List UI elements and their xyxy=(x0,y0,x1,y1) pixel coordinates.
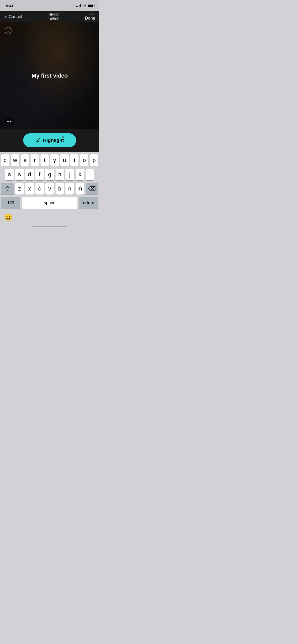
done-label: Done xyxy=(85,16,95,21)
highlight-label: Highlight xyxy=(43,138,64,143)
return-button[interactable]: return xyxy=(79,197,98,209)
battery-icon xyxy=(88,4,94,7)
key-v[interactable]: v xyxy=(45,183,54,195)
shift-button[interactable]: ⇧ xyxy=(1,183,14,195)
keyboard-row-3: ⇧ z x c v b n m ⌫ xyxy=(0,183,99,195)
key-a[interactable]: a xyxy=(5,169,14,180)
video-badge-sep: | xyxy=(56,13,57,16)
key-c[interactable]: c xyxy=(35,183,44,195)
highlight-pen-icon xyxy=(35,137,41,144)
video-icon xyxy=(50,13,53,16)
status-icons xyxy=(76,4,94,7)
keyboard-row-2: a s d f g h j k l xyxy=(0,169,99,180)
video-title: My first video xyxy=(32,72,68,79)
key-l[interactable]: l xyxy=(86,169,94,180)
key-w[interactable]: w xyxy=(11,154,19,166)
key-k[interactable]: k xyxy=(76,169,84,180)
cancel-label: Cancel xyxy=(9,14,22,19)
key-f[interactable]: f xyxy=(35,169,44,180)
key-p[interactable]: p xyxy=(90,154,98,166)
next-small-label: Next xyxy=(89,13,95,16)
wifi-icon xyxy=(82,4,86,7)
key-i[interactable]: i xyxy=(70,154,79,166)
counter-wrap: 4 | 14/500 xyxy=(48,13,59,21)
svg-rect-0 xyxy=(50,13,52,16)
delete-button[interactable]: ⌫ xyxy=(86,183,98,195)
hexagon-badge: L xyxy=(4,26,12,35)
svg-text:L: L xyxy=(7,29,9,32)
status-time: 9:41 xyxy=(6,4,13,8)
keyboard: q w e r t y u i o p a s d f g h j k l ⇧ … xyxy=(0,152,99,212)
key-y[interactable]: y xyxy=(50,154,59,166)
top-navigation: ✕ Cancel 4 | 14/500 Next Done xyxy=(0,11,99,22)
bottom-accessory-bar: 😀 xyxy=(0,212,99,224)
char-counter: 14/500 xyxy=(48,17,59,21)
key-u[interactable]: u xyxy=(60,154,69,166)
key-z[interactable]: z xyxy=(15,183,24,195)
emoji-button[interactable]: 😀 xyxy=(4,213,12,221)
key-q[interactable]: q xyxy=(1,154,9,166)
return-label: return xyxy=(83,200,94,206)
space-label: space xyxy=(44,200,55,206)
keyboard-bottom-row: 123 space return xyxy=(0,197,99,209)
video-preview: L My first video ••• xyxy=(0,22,99,129)
key-j[interactable]: j xyxy=(65,169,74,180)
more-options-button[interactable]: ••• xyxy=(4,118,14,125)
cancel-button[interactable]: ✕ Cancel xyxy=(4,14,22,19)
space-button[interactable]: space xyxy=(22,197,77,209)
keyboard-row-1: q w e r t y u i o p xyxy=(0,154,99,166)
key-t[interactable]: t xyxy=(40,154,49,166)
video-badge: 4 | xyxy=(49,13,59,16)
signal-icon xyxy=(76,4,81,7)
key-b[interactable]: b xyxy=(56,183,64,195)
delete-icon: ⌫ xyxy=(88,185,96,192)
key-n[interactable]: n xyxy=(65,183,74,195)
highlight-section: Highlight xyxy=(0,129,99,152)
cancel-x-icon: ✕ xyxy=(4,15,7,19)
more-dots-icon: ••• xyxy=(7,120,12,124)
numbers-button[interactable]: 123 xyxy=(1,197,20,209)
key-x[interactable]: x xyxy=(25,183,34,195)
numbers-label: 123 xyxy=(7,201,14,205)
key-r[interactable]: r xyxy=(31,154,39,166)
key-m[interactable]: m xyxy=(76,183,84,195)
video-badge-text: 4 xyxy=(54,13,56,16)
key-d[interactable]: d xyxy=(25,169,34,180)
svg-marker-1 xyxy=(52,14,53,15)
key-o[interactable]: o xyxy=(80,154,88,166)
done-button[interactable]: Next Done xyxy=(85,13,95,21)
status-bar: 9:41 xyxy=(0,0,99,11)
key-e[interactable]: e xyxy=(21,154,29,166)
key-h[interactable]: h xyxy=(56,169,64,180)
home-indicator-area xyxy=(0,224,99,228)
highlight-button[interactable]: Highlight xyxy=(23,133,76,147)
key-g[interactable]: g xyxy=(45,169,54,180)
home-indicator-bar xyxy=(33,226,67,227)
key-s[interactable]: s xyxy=(15,169,24,180)
shift-icon: ⇧ xyxy=(5,185,10,192)
